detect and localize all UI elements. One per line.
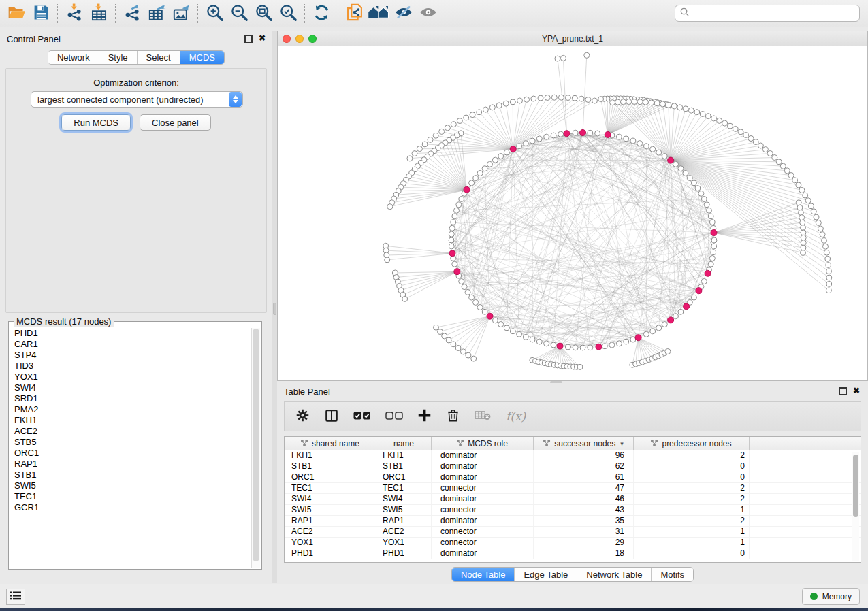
mcds-result-item[interactable]: FKH1 xyxy=(10,415,251,426)
import-table-icon xyxy=(90,3,108,24)
control-panel: Control Panel ✖ Network Style Select MCD… xyxy=(0,31,272,583)
mcds-result-item[interactable]: SWI5 xyxy=(10,480,251,491)
import-table-button[interactable] xyxy=(86,3,111,24)
show-all-button[interactable] xyxy=(416,3,440,24)
table-cell-successor-nodes: 35 xyxy=(534,516,634,526)
mcds-result-title: MCDS result (17 nodes) xyxy=(14,316,114,327)
tab-network-table[interactable]: Network Table xyxy=(577,568,652,581)
tab-style[interactable]: Style xyxy=(99,51,138,64)
table-scrollbar-thumb[interactable] xyxy=(853,455,858,517)
clone-network-button[interactable] xyxy=(342,3,367,24)
column-header-shared-name[interactable]: shared name xyxy=(285,437,376,450)
mcds-result-item[interactable]: RAP1 xyxy=(10,459,251,469)
mcds-result-item[interactable]: STB5 xyxy=(10,437,251,448)
export-network-button[interactable] xyxy=(120,3,144,24)
tab-select[interactable]: Select xyxy=(138,51,180,64)
tab-edge-table[interactable]: Edge Table xyxy=(515,568,577,581)
trash-icon xyxy=(446,408,460,425)
node-table: shared name name MCDS role successor nod… xyxy=(284,436,861,563)
optimization-criterion-label: Optimization criterion: xyxy=(6,78,266,88)
table-row[interactable]: STB1STB1dominator620 xyxy=(285,461,861,472)
mcds-list-scrollbar[interactable] xyxy=(251,328,260,568)
table-row[interactable]: YOX1YOX1connector291 xyxy=(285,538,861,548)
vertical-splitter[interactable] xyxy=(272,31,277,583)
mcds-result-item[interactable]: ORC1 xyxy=(10,448,251,459)
zoom-in-icon xyxy=(206,3,224,24)
mcds-result-item[interactable]: GCR1 xyxy=(10,502,251,513)
criterion-dropdown[interactable]: largest connected component (undirected) xyxy=(31,91,243,108)
mcds-result-item[interactable]: PMA2 xyxy=(10,404,251,415)
close-panel-button[interactable]: Close panel xyxy=(140,114,211,131)
task-history-button[interactable] xyxy=(6,589,25,605)
mcds-result-item[interactable]: STB1 xyxy=(10,469,251,480)
table-scrollbar[interactable] xyxy=(852,452,859,561)
mcds-result-item[interactable]: PHD1 xyxy=(10,328,251,339)
table-row[interactable]: ACE2ACE2connector311 xyxy=(285,527,861,538)
table-cell-mcds-role: dominator xyxy=(432,516,534,526)
float-panel-icon[interactable] xyxy=(244,35,253,43)
close-table-panel-icon[interactable]: ✖ xyxy=(853,385,860,396)
table-toolbar: f(x) xyxy=(284,401,861,431)
close-panel-icon[interactable]: ✖ xyxy=(259,33,266,44)
mcds-result-item[interactable]: SWI4 xyxy=(10,382,251,393)
float-table-panel-icon[interactable] xyxy=(839,387,847,395)
refresh-layout-button[interactable] xyxy=(309,3,334,24)
column-header-name[interactable]: name xyxy=(376,437,432,450)
table-row[interactable]: FKH1FKH1dominator962 xyxy=(285,450,861,461)
mcds-result-item[interactable]: TID3 xyxy=(10,361,251,371)
column-header-mcds-role[interactable]: MCDS role xyxy=(432,437,534,450)
save-session-button[interactable] xyxy=(29,3,53,24)
table-row[interactable]: SWI4SWI4dominator462 xyxy=(285,494,861,505)
export-image-button[interactable] xyxy=(169,3,193,24)
tab-network[interactable]: Network xyxy=(48,51,99,64)
tab-motifs[interactable]: Motifs xyxy=(652,568,693,581)
zoom-out-button[interactable] xyxy=(227,3,251,24)
list-icon xyxy=(10,591,21,602)
mcds-result-item[interactable]: YOX1 xyxy=(10,371,251,382)
fx-icon: f(x) xyxy=(506,410,526,423)
network-window-titlebar[interactable]: YPA_prune.txt_1 xyxy=(278,31,867,46)
search-field[interactable] xyxy=(675,5,860,22)
delete-table-button[interactable] xyxy=(475,410,492,423)
network-window: YPA_prune.txt_1 xyxy=(277,31,868,381)
mcds-result-item[interactable]: TEC1 xyxy=(10,491,251,502)
run-mcds-button[interactable]: Run MCDS xyxy=(61,114,131,131)
table-cell-shared-name: ORC1 xyxy=(285,472,376,482)
table-row[interactable]: TEC1TEC1connector472 xyxy=(285,483,861,494)
table-cell-predecessor-nodes: 0 xyxy=(634,548,750,559)
zoom-fit-button[interactable] xyxy=(251,3,276,24)
table-row[interactable]: PHD1PHD1dominator180 xyxy=(285,548,861,559)
create-column-button[interactable] xyxy=(417,408,432,425)
search-input[interactable] xyxy=(690,9,855,18)
mcds-result-item[interactable]: ACE2 xyxy=(10,426,251,437)
delete-column-button[interactable] xyxy=(446,408,460,425)
import-network-button[interactable] xyxy=(62,3,86,24)
memory-button[interactable]: Memory xyxy=(802,588,860,605)
column-header-successor-nodes[interactable]: successor nodes ▾ xyxy=(534,437,634,450)
function-builder-button[interactable]: f(x) xyxy=(506,410,526,423)
table-row[interactable]: SWI5SWI5connector431 xyxy=(285,505,861,516)
export-table-button[interactable] xyxy=(144,3,169,24)
splitter-handle[interactable] xyxy=(273,303,276,315)
mcds-result-item[interactable]: STP4 xyxy=(10,350,251,361)
tab-mcds[interactable]: MCDS xyxy=(180,51,224,64)
table-cell-name: PHD1 xyxy=(376,548,432,559)
tab-node-table[interactable]: Node Table xyxy=(452,568,515,581)
zoom-in-button[interactable] xyxy=(202,3,227,24)
select-all-rows-button[interactable] xyxy=(353,411,371,423)
mcds-result-item[interactable]: SRD1 xyxy=(10,393,251,404)
mcds-result-item[interactable]: CAR1 xyxy=(10,339,251,350)
hide-selected-button[interactable] xyxy=(391,3,416,24)
deselect-all-rows-button[interactable] xyxy=(385,411,403,423)
shared-column-icon xyxy=(543,439,551,448)
network-canvas[interactable] xyxy=(278,46,867,380)
zoom-selected-button[interactable] xyxy=(276,3,300,24)
show-columns-button[interactable] xyxy=(324,408,339,425)
column-header-predecessor-nodes[interactable]: predecessor nodes xyxy=(634,437,750,450)
first-neighbors-button[interactable] xyxy=(367,3,391,24)
table-row[interactable]: RAP1RAP1dominator352 xyxy=(285,516,861,527)
open-file-button[interactable] xyxy=(4,3,29,24)
table-settings-button[interactable] xyxy=(295,408,310,425)
table-cell-predecessor-nodes: 1 xyxy=(634,505,750,515)
table-row[interactable]: ORC1ORC1dominator610 xyxy=(285,472,861,483)
